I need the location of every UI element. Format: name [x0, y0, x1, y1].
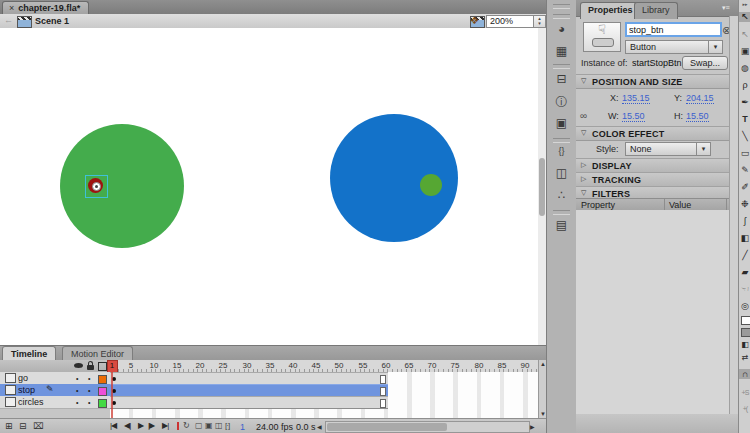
frame-span-circles[interactable]: [110, 396, 388, 409]
disclosure-triangle-icon[interactable]: ▷: [581, 161, 586, 169]
disclosure-triangle-icon[interactable]: ▽: [581, 129, 586, 137]
timeline-horizontal-scrollbar[interactable]: [325, 421, 530, 433]
frame-rate-indicator[interactable]: 24.00 fps: [256, 422, 293, 432]
3d-rotation-tool[interactable]: ◍: [739, 63, 750, 73]
layer-name[interactable]: go: [18, 373, 28, 383]
components-panel-icon[interactable]: ◫: [547, 166, 576, 180]
align-panel-icon[interactable]: ⊟: [547, 72, 576, 86]
lock-layers-icon[interactable]: [87, 365, 94, 370]
swap-button[interactable]: Swap...: [682, 56, 728, 70]
layer-lock-dot[interactable]: •: [88, 375, 90, 382]
dock-group-handle[interactable]: [553, 210, 570, 215]
scene-breadcrumb[interactable]: Scene 1: [35, 16, 69, 26]
swap-colors-button[interactable]: ⇄: [739, 353, 750, 363]
pen-tool[interactable]: ✒: [739, 97, 750, 107]
h-value[interactable]: 15.50: [686, 111, 709, 122]
swatches-panel-icon[interactable]: ▦: [547, 44, 576, 58]
project-panel-icon[interactable]: ▤: [547, 218, 576, 232]
deco-tool[interactable]: ❉: [739, 199, 750, 209]
info-panel-icon[interactable]: ⓘ: [547, 94, 576, 111]
tab-library[interactable]: Library: [634, 2, 678, 19]
disclosure-triangle-icon[interactable]: ▷: [581, 175, 586, 183]
play-button[interactable]: ▶: [138, 421, 143, 430]
layer-outline-color-swatch[interactable]: [98, 375, 107, 384]
fill-color-swatch[interactable]: [741, 328, 750, 337]
layer-name[interactable]: circles: [18, 397, 44, 407]
line-tool[interactable]: ╲: [739, 131, 750, 141]
layer-lock-dot[interactable]: •: [88, 387, 90, 394]
edit-symbols-icon[interactable]: ❖: [470, 15, 479, 26]
step-forward-button[interactable]: |▶: [148, 421, 154, 430]
dock-grip[interactable]: [553, 4, 570, 9]
paint-bucket-tool[interactable]: ◧: [739, 233, 750, 243]
stage[interactable]: [0, 28, 539, 345]
selection-tool[interactable]: ↖: [739, 12, 750, 22]
lasso-tool[interactable]: ρ: [739, 80, 750, 90]
y-value[interactable]: 204.15: [686, 93, 714, 104]
zoom-stepper-down-icon[interactable]: ▾: [534, 21, 545, 26]
onion-skin-outlines-icon[interactable]: ▣: [205, 421, 213, 430]
disclosure-triangle-icon[interactable]: ▽: [581, 77, 586, 85]
go-to-first-frame-button[interactable]: |◀: [110, 421, 116, 430]
stroke-color-swatch[interactable]: [741, 316, 750, 325]
free-transform-tool[interactable]: ▣: [739, 46, 750, 56]
section-tracking[interactable]: ▷ TRACKING: [576, 172, 738, 187]
smooth-option-button[interactable]: +S: [739, 388, 750, 398]
playhead-line[interactable]: [111, 372, 113, 418]
new-folder-button[interactable]: ⊟: [19, 421, 27, 431]
layer-outline-color-swatch[interactable]: [98, 399, 107, 408]
layer-lock-dot[interactable]: •: [88, 399, 90, 406]
layer-outline-color-swatch[interactable]: [98, 387, 107, 396]
dock-group-handle[interactable]: [553, 138, 570, 143]
panel-menu-icon[interactable]: ▾≡: [722, 4, 730, 12]
bone-tool[interactable]: ʃ: [739, 216, 750, 226]
black-white-colors-button[interactable]: ◧: [739, 340, 750, 350]
outline-layers-icon[interactable]: [98, 362, 107, 371]
snap-to-objects-magnet-button[interactable]: ∩: [739, 369, 750, 379]
go-to-last-frame-button[interactable]: ▶|: [162, 421, 168, 430]
layer-visibility-dot[interactable]: •: [76, 387, 78, 394]
layer-name[interactable]: stop: [18, 385, 35, 395]
disclosure-triangle-icon[interactable]: ▽: [581, 189, 586, 197]
new-layer-button[interactable]: ⊞: [5, 421, 13, 431]
motion-presets-panel-icon[interactable]: ∴: [547, 188, 576, 202]
go-button-instance[interactable]: [420, 174, 442, 196]
instance-name-input[interactable]: [625, 22, 722, 37]
zoom-tool[interactable]: ◎: [739, 301, 750, 311]
eraser-tool[interactable]: ▰: [739, 267, 750, 277]
eyedropper-tool[interactable]: ╱: [739, 250, 750, 260]
zoom-stepper[interactable]: ▴ ▾: [533, 15, 546, 28]
symbol-type-dropdown[interactable]: Button ▾: [625, 40, 723, 54]
section-position-and-size[interactable]: ▽ POSITION AND SIZE: [576, 74, 738, 89]
link-width-height-icon[interactable]: ∞: [580, 110, 587, 121]
filters-list[interactable]: [576, 210, 729, 415]
onion-skin-icon[interactable]: ▢: [195, 421, 203, 430]
text-tool[interactable]: T: [739, 114, 750, 124]
scroll-right-icon[interactable]: ▶: [530, 423, 535, 430]
stage-scrollbar-thumb[interactable]: [539, 158, 545, 216]
straighten-option-button[interactable]: +(: [739, 404, 750, 414]
transform-panel-icon[interactable]: ▣: [547, 116, 576, 130]
scrollbar-thumb[interactable]: [327, 423, 447, 431]
style-dropdown[interactable]: None ▾: [625, 142, 711, 156]
section-display[interactable]: ▷ DISPLAY: [576, 158, 738, 173]
code-snippets-panel-icon[interactable]: {}: [547, 146, 576, 156]
pencil-tool[interactable]: ✎: [739, 165, 750, 175]
zoom-level-input[interactable]: 200%: [486, 15, 538, 28]
modify-markers-icon[interactable]: [·]: [225, 421, 229, 430]
scroll-left-icon[interactable]: ◀: [317, 423, 322, 430]
brush-tool[interactable]: ✐: [739, 182, 750, 192]
green-circle-graphic[interactable]: [60, 124, 184, 248]
dock-group-handle[interactable]: [553, 64, 570, 69]
layer-row-circles[interactable]: circles • •: [0, 396, 110, 409]
show-hide-layers-icon[interactable]: [74, 363, 83, 368]
close-tab-icon[interactable]: ×: [9, 3, 14, 13]
step-back-button[interactable]: ◀|: [124, 421, 130, 430]
rectangle-tool[interactable]: ▭: [739, 148, 750, 158]
subselection-tool[interactable]: ↖: [739, 29, 750, 39]
x-value[interactable]: 135.15: [622, 93, 650, 104]
dock-group-handle[interactable]: [553, 14, 570, 19]
delete-layer-button[interactable]: ⌧: [33, 421, 43, 431]
collapse-panel-icon[interactable]: ▸▸: [739, 1, 750, 7]
section-color-effect[interactable]: ▽ COLOR EFFECT: [576, 126, 738, 141]
